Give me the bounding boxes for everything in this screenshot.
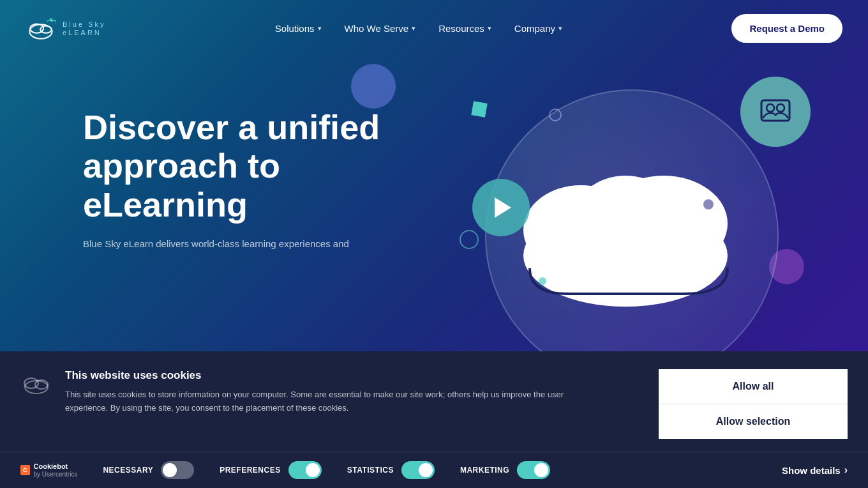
preferences-toggle[interactable] [288,461,322,479]
allow-all-button[interactable]: Allow all [659,369,848,404]
svg-point-11 [767,104,774,112]
cookie-title: This website uses cookies [65,369,646,382]
hero-illustration [434,64,830,383]
cookie-bottom-section: C Cookiebot by Usercentrics NECESSARY PR… [0,452,868,488]
toggle-knob [306,463,320,477]
cookie-cloud-logo [20,372,52,397]
statistics-control: STATISTICS [347,461,435,479]
cookiebot-logo: C Cookiebot by Usercentrics [20,462,77,478]
allow-selection-button[interactable]: Allow selection [659,404,848,439]
team-icon-circle [740,77,811,147]
marketing-control: MARKETING [460,461,550,479]
svg-point-9 [539,277,546,285]
svg-point-2 [40,26,52,33]
svg-point-8 [703,199,714,210]
svg-point-12 [777,104,784,112]
logo-text: Blue Sky eLEARN [63,20,105,36]
request-demo-button[interactable]: Request a Demo [731,14,842,43]
cookiebot-logo-box: C [20,465,30,476]
marketing-label: MARKETING [460,466,509,475]
toggle-knob [534,463,548,477]
float-circle-1 [460,230,479,249]
play-button[interactable] [472,179,530,236]
marketing-toggle[interactable] [517,461,550,479]
nav-resources[interactable]: Resources ▾ [430,18,500,39]
preferences-control: PREFERENCES [220,461,322,479]
cookie-top-section: This website uses cookies This site uses… [0,351,868,452]
team-icon [756,93,795,131]
float-circle-2 [549,109,562,121]
hero-title: Discover a unified approach to eLearning [83,108,402,224]
toggle-knob [419,463,433,477]
svg-point-7 [574,176,677,259]
cookie-action-buttons: Allow all Allow selection [659,369,848,439]
main-nav: Solutions ▾ Who We Serve ▾ Resources ▾ C… [266,18,571,39]
nav-solutions[interactable]: Solutions ▾ [266,18,331,39]
statistics-label: STATISTICS [347,466,394,475]
header: Blue Sky eLEARN Solutions ▾ Who We Serve… [0,0,868,57]
show-details-button[interactable]: Show details › [782,464,848,476]
play-icon [495,197,511,218]
nav-who-we-serve[interactable]: Who We Serve ▾ [336,18,425,39]
hero-content: Discover a unified approach to eLearning… [0,57,402,252]
svg-point-3 [50,18,53,21]
svg-rect-10 [761,100,789,121]
nav-company[interactable]: Company ▾ [505,18,571,39]
cookie-text-area: This website uses cookies This site uses… [65,369,646,415]
statistics-toggle[interactable] [401,461,435,479]
cookie-banner: This website uses cookies This site uses… [0,351,868,488]
hero-subtitle: Blue Sky eLearn delivers world-class lea… [83,236,389,252]
preferences-label: PREFERENCES [220,466,281,475]
cookie-description: This site uses cookies to store informat… [65,388,576,415]
logo-icon [26,17,56,41]
cloud-illustration [491,141,760,332]
show-details-label: Show details [782,465,841,476]
necessary-control: NECESSARY [103,461,194,479]
cookiebot-label-text: Cookiebot by Usercentrics [34,462,78,478]
chevron-right-icon: › [844,464,848,476]
cookie-controls: NECESSARY PREFERENCES STATISTICS [103,461,756,479]
chevron-down-icon: ▾ [318,24,322,33]
chevron-down-icon: ▾ [558,24,562,33]
necessary-label: NECESSARY [103,466,153,475]
logo[interactable]: Blue Sky eLEARN [26,17,105,41]
chevron-down-icon: ▾ [488,24,491,33]
necessary-toggle[interactable] [161,461,194,479]
chevron-down-icon: ▾ [412,24,415,33]
toggle-knob [163,463,177,477]
